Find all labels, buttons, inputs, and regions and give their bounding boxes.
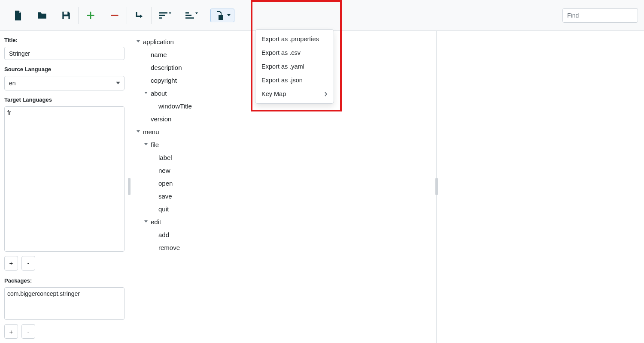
tree-label: description (151, 64, 182, 71)
export-menu-item-label: Export as .properties (261, 36, 319, 42)
new-file-button[interactable] (11, 9, 25, 22)
toolbar-group-export (205, 7, 240, 24)
splitter-left[interactable] (128, 178, 131, 195)
target-languages-list[interactable]: fr (4, 106, 125, 251)
tree-caret-icon[interactable] (135, 130, 141, 133)
tree-label: version (151, 115, 171, 123)
packages-label: Packages: (4, 277, 125, 284)
export-menu-item[interactable]: Export as .json (255, 73, 334, 87)
tree-label: file (151, 141, 159, 148)
tree-row[interactable]: add (134, 228, 432, 241)
sort-desc-button[interactable] (157, 9, 173, 22)
save-button[interactable] (59, 9, 73, 22)
find-input[interactable] (562, 8, 638, 23)
tree-label: copyright (151, 77, 177, 84)
tree-caret-icon[interactable] (135, 40, 141, 43)
tree-label: edit (151, 218, 161, 226)
export-menu-item[interactable]: Export as .yaml (255, 60, 334, 73)
chevron-right-icon (325, 92, 328, 96)
splitter-right[interactable] (435, 178, 438, 195)
target-languages-label: Target Languages (4, 96, 125, 103)
tree-label: remove (158, 244, 180, 251)
tree-row[interactable]: remove (134, 241, 432, 254)
remove-button[interactable] (108, 9, 122, 22)
tree-label: name (151, 51, 167, 58)
target-language-item[interactable]: fr (7, 109, 122, 116)
toolbar-group-sort (152, 7, 205, 24)
target-lang-add-button[interactable]: + (4, 256, 18, 271)
indent-button[interactable] (132, 9, 146, 22)
tree-row[interactable]: quit (134, 202, 432, 215)
export-menu-item-label: Key Map (261, 90, 286, 97)
tree-row[interactable]: version (134, 112, 432, 125)
export-menu-item-label: Export as .csv (261, 49, 301, 56)
tree-label: about (151, 90, 167, 97)
tree-row[interactable]: save (134, 190, 432, 202)
sidebar: Title: Source Language Target Languages … (0, 31, 129, 343)
tree-caret-icon[interactable] (143, 143, 149, 146)
sort-asc-button[interactable] (183, 9, 200, 22)
tree-label: menu (143, 128, 159, 135)
toolbar-group-indent (127, 7, 152, 24)
add-button[interactable] (84, 9, 97, 22)
export-dropdown-button[interactable] (210, 9, 234, 22)
export-menu-item[interactable]: Export as .csv (255, 46, 334, 60)
export-menu-item-label: Export as .json (261, 77, 303, 84)
title-input[interactable] (4, 47, 125, 60)
svg-rect-1 (64, 16, 69, 19)
tree-label: open (158, 180, 173, 187)
export-menu-item-label: Export as .yaml (261, 63, 304, 70)
tree-row[interactable]: label (134, 151, 432, 164)
toolbar-group-addremove (79, 7, 127, 24)
tree-row[interactable]: file (134, 138, 432, 151)
tree-row[interactable]: menu (134, 125, 432, 138)
svg-rect-0 (64, 12, 68, 14)
tree-row[interactable]: edit (134, 215, 432, 228)
export-menu-item[interactable]: Export as .properties (255, 32, 334, 46)
tree-label: save (158, 193, 172, 200)
tree-caret-icon[interactable] (143, 92, 149, 94)
source-language-label: Source Language (4, 66, 125, 72)
title-label: Title: (4, 37, 125, 43)
open-folder-button[interactable] (35, 9, 49, 22)
toolbar (0, 0, 644, 31)
target-lang-remove-button[interactable]: - (21, 256, 35, 271)
tree-label: application (143, 38, 174, 45)
packages-remove-button[interactable]: - (21, 324, 35, 339)
tree-label: add (158, 231, 169, 238)
tree-row[interactable]: open (134, 177, 432, 190)
package-item[interactable]: com.biggerconcept.stringer (7, 290, 122, 297)
packages-list[interactable]: com.biggerconcept.stringer (4, 287, 125, 320)
source-language-select[interactable] (4, 76, 125, 90)
tree-label: label (158, 154, 172, 161)
detail-panel (437, 31, 644, 343)
tree-label: windowTitle (158, 102, 192, 110)
toolbar-group-file (6, 7, 79, 24)
tree-caret-icon[interactable] (143, 220, 149, 223)
tree-label: quit (158, 205, 169, 213)
svg-rect-8 (219, 15, 223, 20)
tree-label: new (158, 167, 170, 174)
source-language-value[interactable] (4, 76, 125, 90)
export-menu-item[interactable]: Key Map (255, 87, 334, 101)
packages-add-button[interactable]: + (4, 324, 18, 339)
export-dropdown-menu: Export as .propertiesExport as .csvExpor… (255, 29, 334, 104)
tree-row[interactable]: new (134, 164, 432, 177)
